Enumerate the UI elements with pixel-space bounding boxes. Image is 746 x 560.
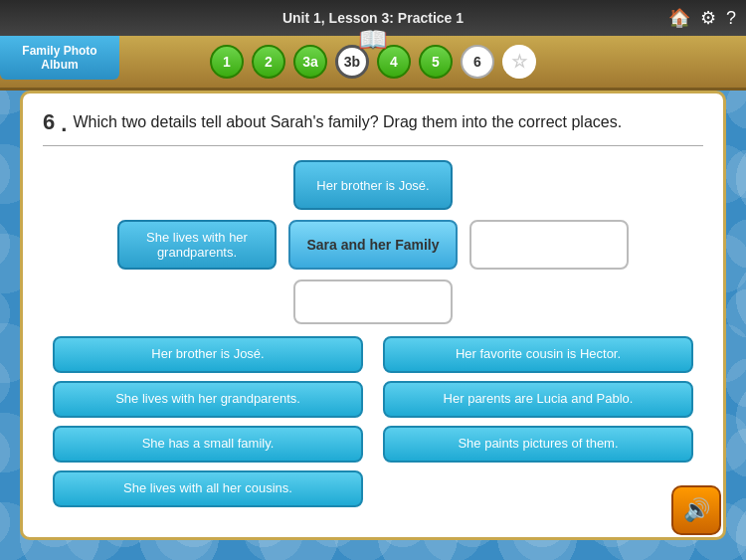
option-7[interactable]: She lives with all her cousins. [53, 470, 363, 507]
option-1[interactable]: Her brother is José. [53, 336, 363, 373]
option-2[interactable]: Her favorite cousin is Hector. [383, 336, 693, 373]
nav-btn-2[interactable]: 2 [252, 45, 285, 79]
top-bar-icons: 🏠 ⚙ ? [668, 7, 736, 29]
drop-zone-row2: She lives with her grandparents. Sara an… [43, 220, 703, 270]
option-6[interactable]: She paints pictures of them. [383, 426, 693, 463]
options-grid: Her brother is José. Her favorite cousin… [43, 336, 703, 507]
nav-btn-3a[interactable]: 3a [293, 45, 327, 79]
drop-zone-bottom-center[interactable] [293, 280, 453, 324]
sidebar-tab-label: Family Photo Album [22, 44, 96, 72]
drop-zone-right[interactable] [469, 220, 629, 270]
nav-btn-1[interactable]: 1 [210, 45, 244, 79]
speaker-icon: 🔊 [683, 497, 710, 523]
nav-btn-star[interactable]: ☆ [502, 45, 536, 79]
question-number: 6 [43, 111, 55, 133]
question-text: Which two details tell about Sarah's fam… [73, 111, 622, 133]
nav-btn-4[interactable]: 4 [377, 45, 411, 79]
question-area: 6 . Which two details tell about Sarah's… [43, 111, 703, 146]
option-3[interactable]: She lives with her grandparents. [53, 381, 363, 418]
settings-icon[interactable]: ⚙ [700, 7, 716, 29]
sidebar-tab[interactable]: Family Photo Album [0, 36, 119, 80]
drop-zone-center-top[interactable]: Her brother is José. [293, 160, 453, 210]
lesson-title: Unit 1, Lesson 3: Practice 1 [282, 10, 464, 26]
nav-btn-5[interactable]: 5 [419, 45, 453, 79]
option-5[interactable]: She has a small family. [53, 426, 363, 463]
help-icon[interactable]: ? [726, 8, 736, 29]
nav-btn-6[interactable]: 6 [461, 45, 494, 79]
nav-btn-3b[interactable]: 3b [335, 45, 369, 79]
question-dot: . [61, 111, 67, 137]
home-icon[interactable]: 🏠 [668, 7, 690, 29]
drop-zone-row3 [43, 280, 703, 324]
drop-zone-left[interactable]: She lives with her grandparents. [117, 220, 277, 270]
drop-zone-row1: Her brother is José. [43, 160, 703, 210]
main-content: 6 . Which two details tell about Sarah's… [20, 91, 726, 540]
speaker-button[interactable]: 🔊 [671, 485, 721, 535]
option-4[interactable]: Her parents are Lucia and Pablo. [383, 381, 693, 418]
drop-zone-label: Sara and her Family [288, 220, 458, 270]
